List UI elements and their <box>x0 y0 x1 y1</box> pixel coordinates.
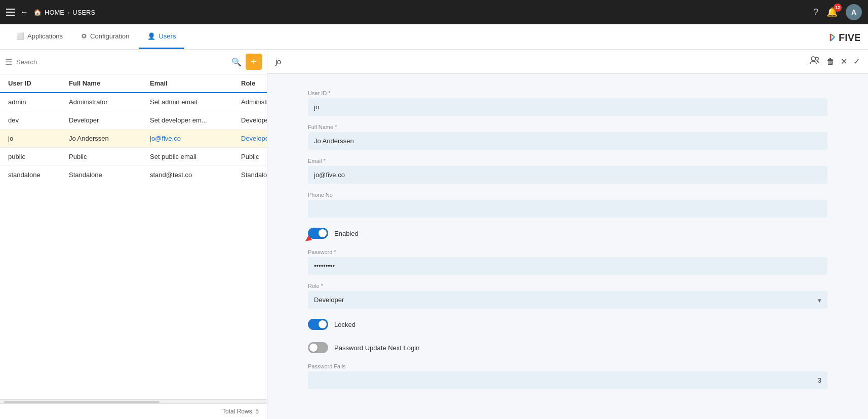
password-update-toggle-label: Password Update Next Login <box>334 344 419 352</box>
right-panel: jo 🗑 ✕ ✓ User ID * <box>267 50 868 419</box>
cell-email: Set developer em... <box>150 116 241 124</box>
menu-icon[interactable] <box>6 9 15 16</box>
tab-configuration[interactable]: ⚙ Configuration <box>73 24 137 49</box>
search-button[interactable]: 🔍 <box>231 57 242 67</box>
cell-role: Public <box>241 153 267 160</box>
password-update-toggle-knob <box>309 344 318 352</box>
user-id-input[interactable] <box>308 98 827 116</box>
password-fails-label: Password Fails <box>308 363 827 369</box>
col-email: Email <box>150 79 241 87</box>
cell-email: Set admin email <box>150 98 241 106</box>
table-row[interactable]: admin Administrator Set admin email Admi… <box>0 93 267 111</box>
groups-icon <box>809 55 820 66</box>
table-footer: Total Rows: 5 <box>0 403 267 419</box>
full-name-label: Full Name * <box>308 124 827 130</box>
scrollbar-track[interactable] <box>4 401 160 403</box>
breadcrumb-sep: › <box>67 9 69 16</box>
tab-users-label: Users <box>159 32 176 40</box>
enabled-toggle[interactable] <box>308 228 328 239</box>
back-button[interactable]: ← <box>20 8 28 17</box>
password-input[interactable] <box>308 257 827 275</box>
role-select-wrap: Administrator Developer Public Standalon… <box>308 291 827 309</box>
password-update-toggle[interactable] <box>308 342 328 353</box>
left-panel: ☰ 🔍 + User ID Full Name Email Role admin… <box>0 50 267 419</box>
groups-button[interactable] <box>809 55 820 68</box>
table-row-selected[interactable]: jo Jo Anderssen jo@five.co Developer <box>0 130 267 148</box>
horizontal-scrollbar[interactable] <box>0 399 267 403</box>
svg-point-4 <box>811 57 815 61</box>
cell-role: Administrator <box>241 98 267 106</box>
cell-name: Developer <box>69 116 150 124</box>
avatar[interactable]: A <box>846 4 862 20</box>
role-field: Role * Administrator Developer Public St… <box>308 283 827 309</box>
locked-toggle[interactable] <box>308 319 328 330</box>
svg-point-5 <box>815 57 818 60</box>
applications-icon: ⬜ <box>16 32 24 40</box>
role-label: Role * <box>308 283 827 289</box>
confirm-button[interactable]: ✓ <box>853 57 860 66</box>
password-label: Password * <box>308 249 827 255</box>
tab-applications[interactable]: ⬜ Applications <box>8 24 71 49</box>
delete-button[interactable]: 🗑 <box>826 57 835 66</box>
password-fails-field: Password Fails <box>308 363 827 389</box>
col-role: Role <box>241 79 302 87</box>
email-label: Email * <box>308 158 827 164</box>
user-id-field: User ID * <box>308 90 827 116</box>
cell-role: Developer <box>241 116 267 124</box>
header-actions: 🗑 ✕ ✓ <box>809 55 860 68</box>
role-select[interactable]: Administrator Developer Public Standalon… <box>308 291 827 309</box>
full-name-input[interactable] <box>308 132 827 150</box>
table-row[interactable]: dev Developer Set developer em... Develo… <box>0 111 267 130</box>
locked-toggle-label: Locked <box>334 321 356 328</box>
breadcrumb: 🏠 HOME › USERS <box>33 9 95 16</box>
notifications-button[interactable]: 🔔 12 <box>826 7 838 18</box>
total-rows-label: Total Rows: 5 <box>222 408 259 415</box>
main-content: ☰ 🔍 + User ID Full Name Email Role admin… <box>0 50 868 419</box>
phone-label: Phone No <box>308 192 827 198</box>
col-user-id: User ID <box>8 79 69 87</box>
full-name-field: Full Name * <box>308 124 827 150</box>
table-header: User ID Full Name Email Role <box>0 74 267 93</box>
cell-id: public <box>8 153 69 160</box>
cell-role: Standalone <box>241 171 267 179</box>
cell-email: stand@test.co <box>150 171 241 179</box>
users-icon: 👤 <box>147 32 155 40</box>
locked-toggle-knob <box>319 320 327 328</box>
email-field: Email * <box>308 158 827 184</box>
cell-email: Set public email <box>150 153 241 160</box>
home-link[interactable]: HOME <box>45 9 64 16</box>
table-row[interactable]: standalone Standalone stand@test.co Stan… <box>0 166 267 184</box>
enabled-toggle-label: Enabled <box>334 230 359 237</box>
close-button[interactable]: ✕ <box>841 57 847 66</box>
cell-role: Developer <box>241 135 267 142</box>
password-fails-input[interactable] <box>308 371 827 389</box>
breadcrumb-current: USERS <box>72 9 95 16</box>
email-input[interactable] <box>308 166 827 184</box>
tab-users[interactable]: 👤 Users <box>139 24 184 49</box>
phone-input[interactable] <box>308 200 827 218</box>
search-bar: ☰ 🔍 + <box>0 50 267 74</box>
help-button[interactable]: ? <box>813 7 818 18</box>
enabled-toggle-row: Enabled <box>308 226 827 241</box>
locked-toggle-row: Locked <box>308 317 827 332</box>
col-full-name: Full Name <box>69 79 150 87</box>
home-icon: 🏠 <box>33 9 42 16</box>
configuration-icon: ⚙ <box>81 32 87 40</box>
cell-id: dev <box>8 116 69 124</box>
form-area: User ID * Full Name * Email * Phone No <box>267 74 868 419</box>
table-row[interactable]: public Public Set public email Public <box>0 148 267 166</box>
filter-icon[interactable]: ☰ <box>5 57 12 67</box>
right-header: jo 🗑 ✕ ✓ <box>267 50 868 74</box>
password-field: Password * <box>308 249 827 275</box>
password-update-toggle-row: Password Update Next Login <box>308 340 827 355</box>
user-id-label: User ID * <box>308 90 827 96</box>
tab-applications-label: Applications <box>27 32 63 40</box>
detail-title: jo <box>275 58 805 66</box>
tab-configuration-label: Configuration <box>90 32 129 40</box>
enabled-toggle-knob <box>319 229 327 237</box>
topbar-left: ← 🏠 HOME › USERS <box>6 8 95 17</box>
cell-email: jo@five.co <box>150 135 241 142</box>
data-table: admin Administrator Set admin email Admi… <box>0 93 267 399</box>
add-button[interactable]: + <box>246 54 262 70</box>
search-input[interactable] <box>16 58 227 66</box>
